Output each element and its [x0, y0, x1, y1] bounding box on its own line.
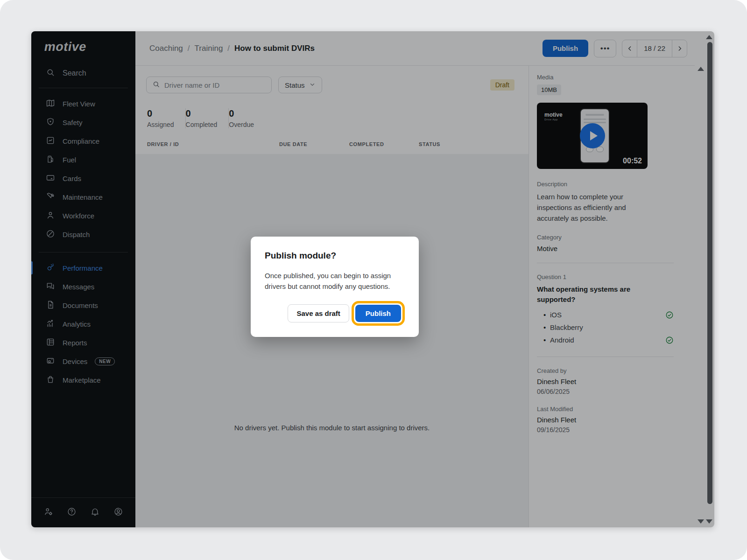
- confirm-publish-button[interactable]: Publish: [355, 305, 401, 322]
- dialog-title: Publish module?: [265, 251, 405, 261]
- annotation-highlight-ring: Publish: [352, 301, 405, 326]
- publish-module-dialog: Publish module? Once published, you can …: [251, 237, 419, 337]
- desktop-background: motive Search Fleet View Safety: [0, 0, 747, 560]
- dialog-body-text: Once published, you can begin to assign …: [265, 270, 405, 292]
- save-as-draft-button[interactable]: Save as draft: [288, 304, 349, 322]
- app-window: motive Search Fleet View Safety: [31, 31, 714, 527]
